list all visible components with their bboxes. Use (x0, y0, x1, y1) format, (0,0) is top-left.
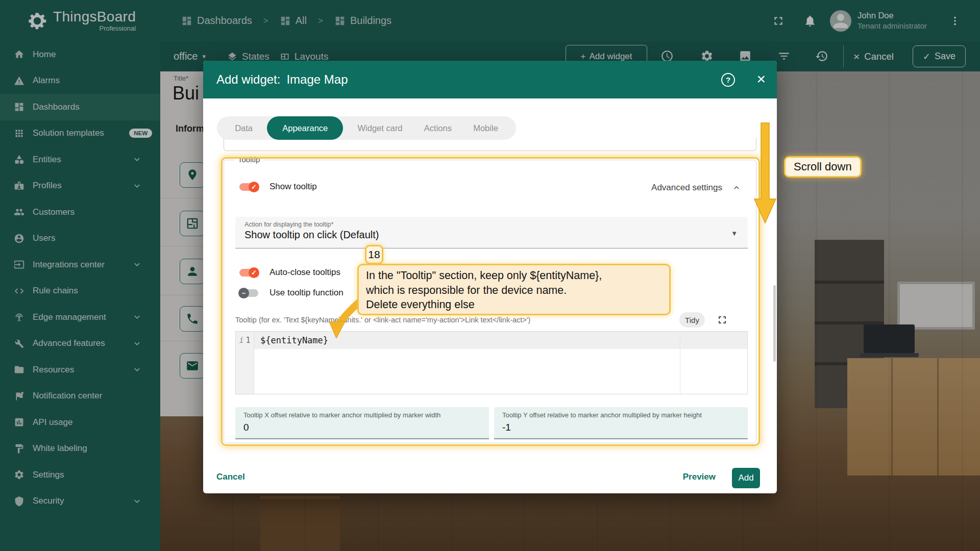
preview-button[interactable]: Preview (683, 472, 716, 482)
breadcrumb-label: Dashboards (197, 15, 252, 27)
breadcrumb-item-buildings[interactable]: Buildings (334, 15, 391, 27)
sidebar-item-integrations-center[interactable]: Integrations center (0, 252, 160, 278)
sidebar-item-label: Advanced features (33, 338, 105, 348)
save-dashboard-button[interactable]: ✓ Save (913, 45, 966, 67)
tooltip-y-offset-field[interactable]: Tooltip Y offset relative to marker anch… (494, 407, 748, 439)
tooltip-x-offset-field[interactable]: Tooltip X offset relative to marker anch… (235, 407, 489, 439)
sidebar-item-settings[interactable]: Settings (0, 462, 160, 488)
dialog-header: Add widget: Image Map ? × (203, 61, 777, 98)
sidebar-item-alarms[interactable]: Alarms (0, 68, 160, 94)
advanced-settings-button[interactable]: Advanced settings (651, 183, 742, 193)
title-field-label: Title* (174, 74, 188, 82)
apps-grid-icon (14, 128, 24, 139)
sidebar-item-label: Entities (33, 155, 61, 165)
chevron-up-icon (731, 183, 742, 193)
tab-mobile[interactable]: Mobile (466, 116, 505, 140)
previous-field-partial (224, 138, 756, 151)
step-number-badge: 18 (365, 245, 383, 264)
more-vert-icon[interactable] (949, 14, 961, 28)
auto-close-toggle[interactable]: ✓ (239, 269, 258, 277)
sidebar-item-dashboards[interactable]: Dashboards (0, 94, 160, 120)
sidebar-item-white-labeling[interactable]: White labeling (0, 436, 160, 462)
dialog-cancel-button[interactable]: Cancel (216, 472, 245, 482)
layouts-icon (280, 52, 290, 62)
settings-gear-icon (14, 469, 24, 480)
avatar[interactable] (830, 10, 851, 32)
breadcrumb-separator: > (318, 16, 323, 26)
scroll-down-label: Scroll down (784, 156, 862, 178)
sidebar: ThingsBoard Professional HomeAlarmsDashb… (0, 0, 160, 551)
dashboard-edit-panel: Title* Bui Inform (160, 71, 203, 416)
sidebar-item-home[interactable]: Home (0, 41, 160, 68)
tab-data[interactable]: Data (228, 116, 260, 140)
alarms-warning-icon (14, 76, 24, 86)
app-logo[interactable]: ThingsBoard Professional (0, 0, 160, 41)
widget-button-location-pin[interactable] (180, 162, 203, 188)
tab-appearance[interactable]: Appearance (267, 116, 343, 140)
sidebar-item-resources[interactable]: Resources (0, 357, 160, 383)
rule-chains-code-icon (14, 286, 24, 296)
caret-down-icon[interactable]: ▾ (202, 53, 206, 60)
sidebar-item-notification-center[interactable]: Notification center (0, 383, 160, 410)
history-icon[interactable] (815, 49, 828, 63)
sidebar-item-edge-management[interactable]: Edge management (0, 304, 160, 331)
advanced-tools-icon (14, 338, 24, 349)
expand-editor-icon[interactable] (716, 314, 728, 326)
breadcrumb-item-dashboards[interactable]: Dashboards (181, 15, 252, 27)
sidebar-item-entities[interactable]: Entities (0, 146, 160, 173)
check-icon: ✓ (923, 51, 930, 62)
sidebar-item-label: Rule chains (33, 286, 78, 296)
show-tooltip-toggle[interactable]: ✓ (239, 183, 258, 191)
widget-button-phone[interactable] (180, 306, 203, 332)
sidebar-item-rule-chains[interactable]: Rule chains (0, 278, 160, 305)
notification-flag-icon (14, 391, 24, 402)
widget-button-floorplan[interactable] (180, 211, 203, 236)
dashboards-icon-small (181, 15, 192, 27)
filter-icon[interactable] (777, 49, 791, 63)
sidebar-item-label: Home (33, 49, 56, 60)
sidebar-item-label: Solution templates (33, 128, 104, 138)
fullscreen-icon[interactable] (772, 14, 785, 28)
sidebar-item-users[interactable]: Users (0, 226, 160, 252)
sidebar-item-label: Resources (33, 365, 74, 375)
widget-button-email[interactable] (180, 353, 203, 379)
close-icon[interactable]: × (756, 70, 766, 88)
sidebar-item-advanced-features[interactable]: Advanced features (0, 331, 160, 357)
tooltip-action-select[interactable]: Action for displaying the tooltip* Show … (235, 217, 748, 248)
tidy-button[interactable]: Tidy (679, 312, 705, 328)
instruction-callout: In the "Tooltip" section, keep only ${en… (357, 264, 671, 315)
chevron-down-icon (132, 181, 142, 191)
breadcrumb-item-all[interactable]: All (280, 15, 307, 27)
chevron-down-icon (132, 338, 142, 349)
widget-button-person[interactable] (180, 259, 203, 284)
sidebar-item-customers[interactable]: Customers (0, 199, 160, 226)
sidebar-item-api-usage[interactable]: API usage (0, 409, 160, 436)
dashboard-title-select[interactable]: office (174, 51, 198, 62)
dialog-scrollbar[interactable] (773, 285, 776, 362)
breadcrumb: Dashboards>All>Buildings (181, 0, 391, 41)
use-tooltip-function-toggle[interactable]: − (239, 289, 258, 297)
sidebar-menu: HomeAlarmsDashboardsSolution templatesNE… (0, 41, 160, 514)
tooltip-code-editor[interactable]: i1 ${entityName} (235, 331, 748, 394)
sidebar-item-security[interactable]: Security (0, 488, 160, 515)
title-field-value[interactable]: Bui (173, 83, 199, 104)
sidebar-item-solution-templates[interactable]: Solution templatesNEW (0, 120, 160, 147)
add-button[interactable]: Add (732, 468, 760, 488)
app-edition: Professional (53, 24, 136, 32)
dialog-widget-name: Image Map (286, 72, 348, 87)
chevron-down-icon (132, 312, 142, 322)
sidebar-item-profiles[interactable]: Profiles (0, 173, 160, 199)
sidebar-item-label: API usage (33, 417, 72, 428)
show-tooltip-label: Show tooltip (270, 182, 317, 192)
customers-people-icon (14, 207, 24, 217)
users-person-icon (14, 233, 24, 244)
information-tab[interactable]: Inform (176, 123, 203, 134)
editor-code-text: ${entityName} (260, 335, 328, 345)
notifications-bell-icon[interactable] (803, 14, 817, 28)
home-icon (14, 49, 24, 60)
tab-widget-card[interactable]: Widget card (351, 116, 410, 140)
sidebar-item-label: Edge management (33, 312, 106, 322)
cancel-edit-button[interactable]: × Cancel (853, 41, 894, 71)
help-icon[interactable]: ? (721, 73, 735, 87)
tab-actions[interactable]: Actions (417, 116, 459, 140)
